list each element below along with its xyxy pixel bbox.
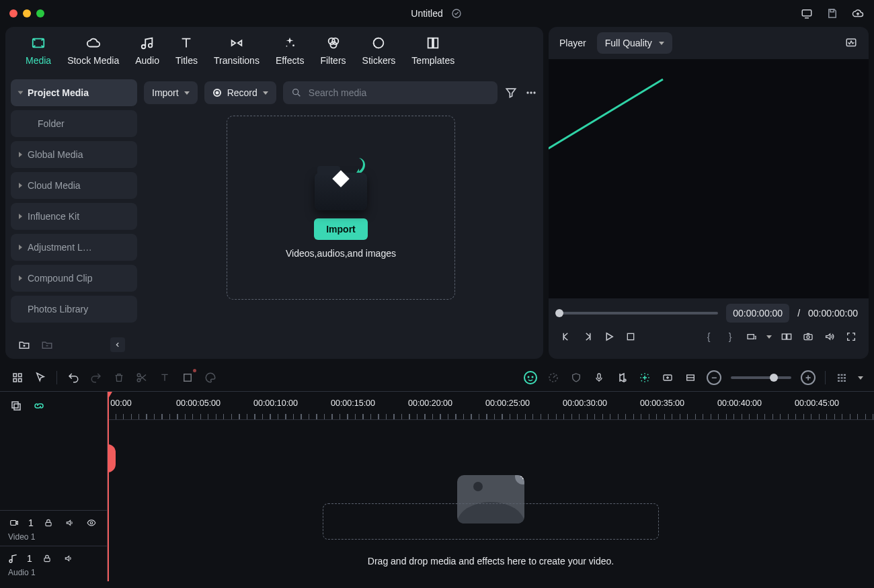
close-window-button[interactable] [9, 9, 17, 17]
next-frame-button[interactable] [581, 330, 594, 343]
add-track-icon[interactable] [9, 399, 23, 413]
add-media-button[interactable]: + [515, 475, 524, 485]
svg-rect-49 [841, 380, 843, 382]
sidebar-item-adjustment-layer[interactable]: Adjustment L… [11, 234, 137, 261]
tab-templates[interactable]: Templates [406, 34, 460, 70]
playhead-handle[interactable] [108, 444, 116, 472]
import-dropzone[interactable]: Import Videos,audios,and images [227, 116, 455, 300]
zoom-out-button[interactable]: − [707, 370, 721, 385]
filters-icon [325, 35, 342, 51]
chevron-down-icon[interactable] [858, 376, 863, 380]
delete-icon[interactable] [112, 371, 126, 384]
import-dropdown[interactable]: Import [144, 81, 198, 104]
tab-filters[interactable]: Filters [315, 34, 351, 70]
timeline-body[interactable]: 00:0000:00:05:0000:00:10:0000:00:15:0000… [108, 392, 874, 581]
svg-rect-12 [434, 38, 438, 48]
minimize-window-button[interactable] [23, 9, 31, 17]
sidebar-item-project-media[interactable]: Project Media [11, 79, 137, 106]
tab-titles[interactable]: Titles [170, 34, 203, 70]
aspect-icon[interactable] [745, 330, 758, 343]
zoom-thumb[interactable] [770, 374, 778, 382]
fit-icon[interactable] [684, 371, 697, 384]
chevron-down-icon [184, 91, 190, 95]
grid-tool-icon[interactable] [11, 371, 24, 384]
import-button[interactable]: Import [314, 218, 368, 240]
save-icon[interactable] [826, 7, 839, 20]
waveform-icon[interactable] [844, 36, 858, 50]
video-track-label: Video 1 [8, 532, 99, 542]
delete-folder-icon[interactable] [40, 338, 54, 351]
display-icon[interactable] [800, 7, 813, 20]
search-input[interactable] [307, 87, 489, 99]
sidebar-item-compound-clip[interactable]: Compound Clip [11, 265, 137, 292]
mute-icon[interactable] [62, 552, 75, 565]
tab-transitions[interactable]: Transitions [208, 34, 265, 70]
compare-icon[interactable] [780, 330, 793, 343]
zoom-in-button[interactable]: + [801, 370, 816, 385]
tab-stock-media[interactable]: Stock Media [62, 34, 124, 70]
prev-frame-button[interactable] [559, 330, 573, 343]
preview-screen[interactable] [549, 59, 869, 298]
play-button[interactable] [602, 330, 616, 343]
snapshot-icon[interactable] [801, 330, 815, 343]
split-icon[interactable] [135, 371, 149, 384]
more-options-icon[interactable] [524, 86, 538, 99]
lock-icon[interactable] [42, 516, 55, 530]
timeline-ruler[interactable]: 00:0000:00:05:0000:00:10:0000:00:15:0000… [108, 392, 874, 420]
sparkle-icon [282, 35, 298, 51]
shield-icon[interactable] [569, 371, 583, 384]
render-icon[interactable] [661, 371, 674, 384]
svg-point-5 [292, 44, 294, 46]
fullscreen-icon[interactable] [844, 330, 858, 343]
mark-in-icon[interactable]: { [702, 330, 715, 343]
select-tool-icon[interactable] [34, 371, 47, 384]
tab-stickers[interactable]: Stickers [357, 34, 401, 70]
sidebar-item-global-media[interactable]: Global Media [11, 141, 137, 168]
ai-assist-icon[interactable] [524, 371, 537, 384]
video-track-icon [8, 518, 20, 528]
link-tracks-icon[interactable] [32, 399, 46, 413]
mark-out-icon[interactable]: } [723, 330, 737, 343]
svg-rect-22 [748, 335, 754, 339]
search-box[interactable] [283, 81, 498, 104]
svg-point-9 [330, 42, 336, 48]
player-scrubber[interactable] [559, 312, 718, 314]
audio-mixer-icon[interactable] [615, 371, 629, 384]
stop-button[interactable] [624, 330, 637, 343]
search-icon [291, 87, 302, 98]
color-icon[interactable] [204, 371, 217, 384]
marker-icon[interactable] [638, 371, 651, 384]
scrubber-thumb[interactable] [555, 309, 563, 317]
player-quality-dropdown[interactable]: Full Quality [597, 32, 672, 54]
timeline-dropzone[interactable] [323, 503, 659, 540]
svg-point-10 [374, 38, 384, 48]
zoom-slider[interactable] [731, 376, 791, 379]
playhead[interactable] [108, 392, 109, 581]
lock-icon[interactable] [40, 552, 54, 565]
volume-icon[interactable] [823, 330, 836, 343]
view-mode-icon[interactable] [835, 371, 848, 384]
sidebar-item-cloud-media[interactable]: Cloud Media [11, 172, 137, 199]
cloud-upload-icon[interactable] [851, 7, 865, 20]
crop-icon[interactable] [181, 371, 194, 384]
speed-icon[interactable] [547, 371, 560, 384]
new-folder-icon[interactable] [17, 338, 31, 351]
sidebar-item-influence-kit[interactable]: Influence Kit [11, 203, 137, 230]
tab-audio[interactable]: Audio [130, 34, 165, 70]
collapse-sidebar-button[interactable] [110, 337, 125, 352]
filter-icon[interactable] [504, 86, 518, 99]
undo-icon[interactable] [67, 371, 80, 384]
annotation-arrow-icon [549, 59, 869, 308]
record-dropdown[interactable]: Record [204, 81, 276, 104]
maximize-window-button[interactable] [36, 9, 44, 17]
redo-icon[interactable] [89, 371, 103, 384]
text-tool-icon[interactable] [158, 371, 171, 384]
sidebar-item-photos-library[interactable]: Photos Library [11, 296, 137, 323]
tab-effects[interactable]: Effects [270, 34, 310, 70]
tab-media[interactable]: Media [20, 34, 56, 70]
chevron-down-icon[interactable] [766, 335, 772, 339]
visibility-icon[interactable] [85, 516, 98, 530]
sidebar-item-folder[interactable]: Folder [11, 110, 137, 137]
mute-icon[interactable] [63, 516, 77, 530]
mic-icon[interactable] [592, 371, 606, 384]
